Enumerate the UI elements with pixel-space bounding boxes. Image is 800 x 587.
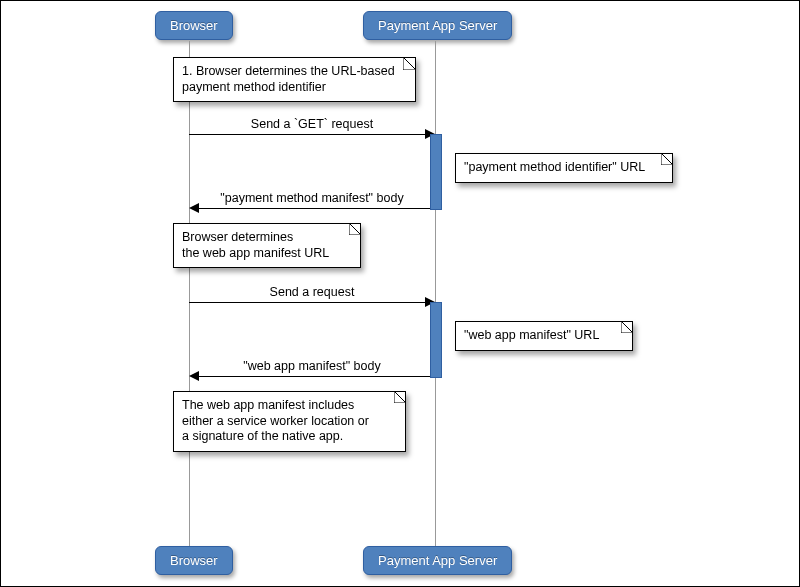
note-line: "web app manifest" URL (464, 328, 599, 342)
message-label: "payment method manifest" body (189, 191, 435, 205)
participant-server-top: Payment App Server (363, 11, 512, 40)
participant-label: Payment App Server (378, 18, 497, 33)
note-line: 1. Browser determines the URL-based (182, 64, 407, 80)
message-label: "web app manifest" body (189, 359, 435, 373)
svg-marker-4 (394, 391, 406, 403)
note-dogear-icon (661, 153, 673, 165)
note-manifest-includes: The web app manifest includes either a s… (173, 391, 406, 452)
note-step1: 1. Browser determines the URL-based paym… (173, 57, 416, 102)
note-line: "payment method identifier" URL (464, 160, 645, 174)
svg-marker-1 (661, 153, 673, 165)
participant-label: Payment App Server (378, 553, 497, 568)
message-arrow (199, 208, 430, 209)
participant-label: Browser (170, 18, 218, 33)
note-dogear-icon (394, 391, 406, 403)
note-dogear-icon (621, 321, 633, 333)
arrowhead-left-icon (189, 371, 199, 381)
participant-server-bottom: Payment App Server (363, 546, 512, 575)
participant-browser-bottom: Browser (155, 546, 233, 575)
message-arrow (189, 134, 425, 135)
message-label: Send a request (189, 285, 435, 299)
note-line: a signature of the native app. (182, 429, 397, 445)
note-line: payment method identifier (182, 80, 407, 96)
participant-browser-top: Browser (155, 11, 233, 40)
note-pmid-url: "payment method identifier" URL (455, 153, 673, 183)
arrowhead-left-icon (189, 203, 199, 213)
note-line: Browser determines (182, 230, 352, 246)
note-dogear-icon (349, 223, 361, 235)
note-line: either a service worker location or (182, 414, 397, 430)
svg-marker-3 (621, 321, 633, 333)
note-line: the web app manifest URL (182, 246, 352, 262)
message-arrow (189, 302, 425, 303)
message-arrow (199, 376, 430, 377)
lifeline-server (435, 41, 436, 546)
sequence-diagram: Browser Payment App Server Browser Payme… (0, 0, 800, 587)
message-label: Send a `GET` request (189, 117, 435, 131)
svg-marker-2 (349, 223, 361, 235)
note-web-manifest-url: Browser determines the web app manifest … (173, 223, 361, 268)
participant-label: Browser (170, 553, 218, 568)
note-line: The web app manifest includes (182, 398, 397, 414)
note-web-manifest: "web app manifest" URL (455, 321, 633, 351)
note-dogear-icon (403, 57, 416, 70)
svg-marker-0 (403, 57, 416, 70)
